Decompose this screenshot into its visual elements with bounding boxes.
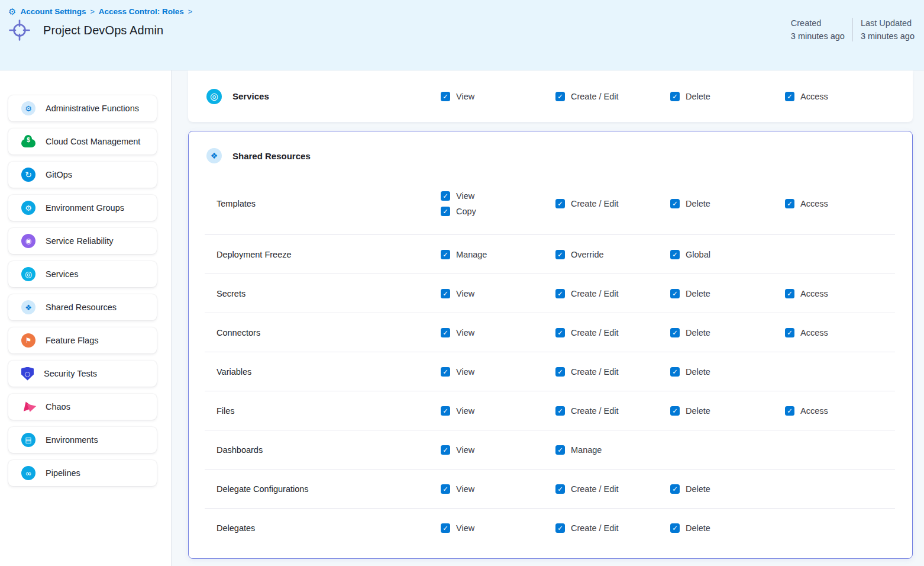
permission-checkbox[interactable]: ✓ [785,92,794,101]
sidebar-item-cloud-cost-management[interactable]: $Cloud Cost Management [8,128,157,155]
services-card-icon: ◎ [206,89,222,104]
sidebar-item-feature-flags[interactable]: ⚑Feature Flags [8,327,157,353]
permission-checkbox[interactable]: ✓ [441,289,450,298]
permission-checkbox[interactable]: ✓ [785,199,794,208]
permission-label: View [456,445,474,455]
breadcrumb-separator-icon: > [90,8,94,16]
breadcrumb-link-0[interactable]: Account Settings [20,7,86,16]
permission-create-edit: ✓Create / Edit [555,406,670,416]
last-updated-value: 3 minutes ago [861,30,915,43]
permission-checkbox[interactable]: ✓ [785,406,794,416]
permission-checkbox[interactable]: ✓ [670,367,680,377]
services-permissions-card: ◎ Services ✓View✓Create / Edit✓Delete✓Ac… [188,70,913,122]
permission-checkbox[interactable]: ✓ [670,406,680,416]
permission-label: Access [800,328,828,337]
permission-checkbox[interactable]: ✓ [670,250,680,259]
permission-delete: ✓Delete [670,484,785,494]
permission-checkbox[interactable]: ✓ [670,289,680,298]
permission-delete: ✓Delete [670,367,785,377]
resource-category-sidebar: ⚙Administrative Functions$Cloud Cost Man… [0,70,172,566]
permission-checkbox[interactable]: ✓ [785,328,794,337]
permission-checkbox[interactable]: ✓ [441,191,450,201]
cloud-cost-management-icon: $ [21,139,35,147]
permission-checkbox[interactable]: ✓ [555,250,565,259]
permission-label: View [456,328,474,337]
permission-checkbox[interactable]: ✓ [670,328,680,337]
permission-checkbox[interactable]: ✓ [441,328,450,337]
permission-checkbox[interactable]: ✓ [441,484,450,494]
sidebar-item-label: Environment Groups [46,203,124,213]
permission-checkbox[interactable]: ✓ [555,367,565,377]
permission-label: Create / Edit [571,367,619,377]
permission-checkbox[interactable]: ✓ [441,250,450,259]
permission-checkbox[interactable]: ✓ [441,367,450,377]
permission-view: ✓View [441,191,555,201]
permission-label: Create / Edit [571,484,619,494]
created-label: Created [791,17,845,30]
permission-checkbox[interactable]: ✓ [555,445,565,455]
sidebar-item-services[interactable]: ◎Services [8,261,157,287]
permission-checkbox[interactable]: ✓ [670,92,680,101]
permission-label: Create / Edit [571,199,619,208]
permission-checkbox[interactable]: ✓ [555,92,565,101]
role-meta: Created 3 minutes ago Last Updated 3 min… [791,17,915,43]
permission-checkbox[interactable]: ✓ [441,445,450,455]
permission-cell: ✓Access [785,328,900,337]
permission-checkbox[interactable]: ✓ [555,484,565,494]
sidebar-item-administrative-functions[interactable]: ⚙Administrative Functions [8,95,157,121]
permission-view: ✓View [441,367,555,377]
permission-checkbox[interactable]: ✓ [441,523,450,533]
permission-cell: ✓Create / Edit [555,484,670,494]
permission-cell: ✓View✓Copy [441,191,555,216]
permission-cell: ✓Delete [670,523,785,533]
permission-checkbox[interactable]: ✓ [670,484,680,494]
permission-view: ✓View [441,484,555,494]
sidebar-item-gitops[interactable]: ↻GitOps [8,162,157,188]
content-shell: ⚙Administrative Functions$Cloud Cost Man… [0,70,924,566]
sidebar-item-environment-groups[interactable]: ⚙Environment Groups [8,195,157,221]
sidebar-item-environments[interactable]: ▤Environments [8,427,157,453]
permission-checkbox[interactable]: ✓ [555,328,565,337]
permission-view: ✓View [441,445,555,455]
resource-label: Templates [189,199,441,208]
permission-checkbox[interactable]: ✓ [441,92,450,101]
sidebar-item-service-reliability[interactable]: ◉Service Reliability [8,228,157,254]
sidebar-item-label: GitOps [46,170,72,179]
permission-label: Delete [686,289,710,298]
permission-label: Create / Edit [571,328,619,337]
permission-cell: ✓Create / Edit [555,92,670,101]
permission-cell: ✓Create / Edit [555,523,670,533]
permission-checkbox[interactable]: ✓ [555,289,565,298]
resource-label: Delegate Configurations [189,484,441,494]
breadcrumb-link-1[interactable]: Access Control: Roles [99,7,184,16]
sidebar-item-label: Chaos [46,402,70,411]
permission-checkbox[interactable]: ✓ [441,207,450,216]
permission-checkbox[interactable]: ✓ [555,523,565,533]
permission-label: Delete [686,92,710,101]
sidebar-item-security-tests[interactable]: ○Security Tests [8,361,157,387]
account-settings-gear-icon[interactable]: ⚙ [8,7,16,16]
sidebar-item-pipelines[interactable]: ∞Pipelines [8,460,157,486]
resource-row-dashboards: Dashboards✓View✓Manage [189,430,912,469]
sidebar-item-label: Environments [46,435,98,445]
permission-checkbox[interactable]: ✓ [555,406,565,416]
created-meta: Created 3 minutes ago [791,17,845,43]
permission-label: Access [800,406,828,416]
permission-access: ✓Access [785,328,900,337]
pipelines-icon: ∞ [21,466,35,480]
permission-checkbox[interactable]: ✓ [555,199,565,208]
role-target-icon [8,19,31,41]
permission-cell: ✓Access [785,406,900,416]
sidebar-item-chaos[interactable]: Chaos [8,394,157,420]
permission-checkbox[interactable]: ✓ [441,406,450,416]
permission-checkbox[interactable]: ✓ [785,289,794,298]
resource-label: Variables [189,367,441,377]
sidebar-item-shared-resources[interactable]: ❖Shared Resources [8,294,157,320]
permission-checkbox[interactable]: ✓ [670,523,680,533]
permission-access: ✓Access [785,406,900,416]
title-row: Project DevOps Admin [0,19,924,41]
permission-cell: ✓View [441,289,555,298]
permission-checkbox[interactable]: ✓ [670,199,680,208]
permission-cell: ✓View [441,92,555,101]
sidebar-item-label: Security Tests [44,369,97,378]
